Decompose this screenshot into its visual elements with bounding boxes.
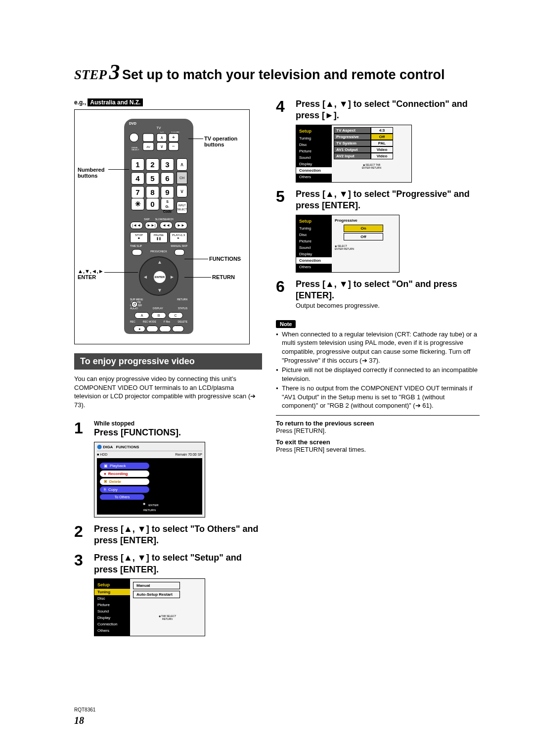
step-3-number: 3 (74, 552, 87, 636)
prog-check-icon: PROG/CHECK (128, 248, 189, 257)
document-code: RQT8361 (74, 707, 95, 712)
forward-icon: ►► (175, 222, 187, 229)
page-title-row: STEP 3 Set up to match your television a… (74, 59, 480, 85)
setup3-prog-title: Progressive (335, 218, 396, 223)
setup2-tab-picture: Picture (296, 148, 332, 154)
down-arrow-icon: ▼ (157, 287, 162, 293)
key-6: 6 (161, 172, 174, 185)
prog-opt-off: Off (344, 233, 383, 240)
delete-btn (172, 326, 184, 332)
ch-up-icon: ∧ (177, 158, 187, 171)
play-btn: PLAYx1.3► (170, 232, 187, 243)
key-asterisk: ✳ (131, 198, 144, 210)
menu-hdd: HDD (100, 453, 107, 456)
step-2-instruction: Press [▲, ▼] to select "To Others" and p… (94, 523, 262, 547)
key-3: 3 (161, 158, 174, 171)
step-title: Set up to match your television and remo… (122, 67, 445, 82)
step-6-number: 6 (276, 279, 289, 310)
step-6-instruction: Press [▲, ▼] to select "On" and press [E… (296, 279, 480, 302)
divider (276, 415, 480, 416)
step-5-number: 5 (276, 189, 289, 273)
kv-av2-v: Video (371, 153, 393, 159)
left-arrow-icon: ◄ (143, 274, 148, 280)
setup3-tab-sound: Sound (296, 244, 332, 251)
step-3: 3 Press [▲, ▼] to select "Setup" and pre… (74, 552, 262, 636)
callout-numbered: Numbered buttons (78, 167, 112, 179)
setup1-tab-sound: Sound (94, 608, 130, 614)
step-4-number: 4 (276, 98, 289, 183)
btn-c: C (168, 312, 183, 319)
svg-text:−: − (172, 143, 175, 149)
kv-av1-v: Video (371, 146, 393, 153)
step-1-number: 1 (74, 420, 87, 517)
setup3-tab-picture: Picture (296, 238, 332, 244)
svg-rect-16 (132, 249, 142, 255)
input-select-btn: INPUTSELECT (177, 201, 187, 214)
menu-item-delete: ✖Delete (100, 478, 149, 485)
menu-item-recording: ●Recording (100, 471, 149, 477)
intro-text: You can enjoy progressive video by conne… (74, 375, 262, 409)
nav-dpad: ENTER ▲ ▼ ◄ ► (139, 256, 178, 296)
example-region: e.g., Australia and N.Z. (74, 98, 262, 106)
callout-tvop: TV operation buttons (204, 136, 246, 147)
note-3: There is no output from the COMPONENT VI… (276, 384, 480, 410)
recmode-btn (146, 326, 158, 332)
key-0: 0 (146, 198, 159, 210)
setup2-tab-connection: Connection (296, 167, 332, 174)
menu-footer-hint: ◉ ENTER RETURN (100, 502, 199, 512)
page-number: 18 (74, 715, 84, 726)
key-8: 8 (146, 186, 159, 198)
kv-tvsys-v: PAL (371, 140, 393, 146)
return-icon: ↺ (130, 301, 139, 308)
svg-text:PROG/CHECK: PROG/CHECK (150, 250, 167, 253)
svg-text:+: + (172, 135, 175, 140)
dvd-label: DVD (129, 122, 136, 125)
pause-btn: PAUSE❚❚ (150, 232, 168, 243)
setup-menu-screenshot-2: Setup Tuning Disc Picture Sound Display … (296, 125, 412, 183)
section-heading: To enjoy progressive video (74, 353, 262, 370)
setup1-hint: ◉ TAB SELECT RETURN (133, 614, 202, 620)
up-arrow-icon: ▲ (157, 259, 162, 265)
enter-btn: ENTER (154, 271, 166, 283)
top-buttons-icon: ∧ + AV ∨ − DRIVE SELECT CH VOLUME (128, 132, 189, 151)
menu-remain: Remain 70:00 SP (175, 453, 202, 456)
step-5: 5 Press [▲, ▼] to select "Progressive" a… (276, 189, 480, 273)
callout-arrows: ▲,▼,◄,► ENTER (78, 268, 104, 280)
svg-rect-18 (175, 249, 184, 255)
remote-body: DVD TV ∧ + AV ∨ − DRIVE SEL (124, 119, 193, 334)
setup1-tab-connection: Connection (94, 621, 130, 627)
setup-menu-screenshot-1: Setup Tuning Disc Picture Sound Display … (94, 578, 205, 636)
prog-opt-on: On (344, 225, 383, 232)
svg-text:∧: ∧ (160, 135, 164, 140)
callout-return: RETURN (212, 274, 235, 280)
step-2-number: 2 (74, 523, 87, 547)
step-1: 1 While stopped Press [FUNCTIONS]. 🔵 DIG… (74, 420, 262, 517)
setup3-tab-others: Others (296, 264, 332, 270)
number-keypad: 1 2 3 4 5 6 7 8 9 (131, 158, 174, 198)
setup2-tab-others: Others (296, 174, 332, 180)
svg-text:CH: CH (160, 132, 164, 133)
setup1-title: Setup (94, 581, 130, 589)
key-1: 1 (131, 158, 144, 171)
note-2: Picture will not be displayed correctly … (276, 366, 480, 383)
setup-menu-screenshot-3: Setup Tuning Disc Picture Sound Display … (296, 215, 400, 273)
menu-title: FUNCTIONS (116, 445, 139, 449)
exit-heading: To exit the screen (276, 438, 480, 446)
key-5: 5 (146, 172, 159, 185)
note-tag: Note (276, 320, 296, 328)
remote-diagram: DVD TV ∧ + AV ∨ − DRIVE SEL (74, 109, 250, 344)
step-number: 3 (109, 60, 120, 84)
svg-rect-1 (143, 134, 154, 142)
svg-text:VOLUME: VOLUME (171, 132, 179, 133)
setup1-tab-others: Others (94, 627, 130, 634)
exit-text: Press [RETURN] several times. (276, 446, 480, 453)
key-2: 2 (146, 158, 159, 171)
return-prev-heading: To return to the previous screen (276, 420, 480, 427)
step-5-instruction: Press [▲, ▼] to select "Progressive" and… (296, 189, 480, 212)
setup1-opt-auto: Auto-Setup Restart (133, 591, 180, 598)
step-6-subtext: Output becomes progressive. (296, 301, 480, 310)
key-7: 7 (131, 186, 144, 198)
key-showview: SG-Code (161, 198, 174, 210)
eg-prefix: e.g., (74, 99, 86, 106)
step-4-instruction: Press [▲, ▼] to select "Connection" and … (296, 98, 480, 122)
